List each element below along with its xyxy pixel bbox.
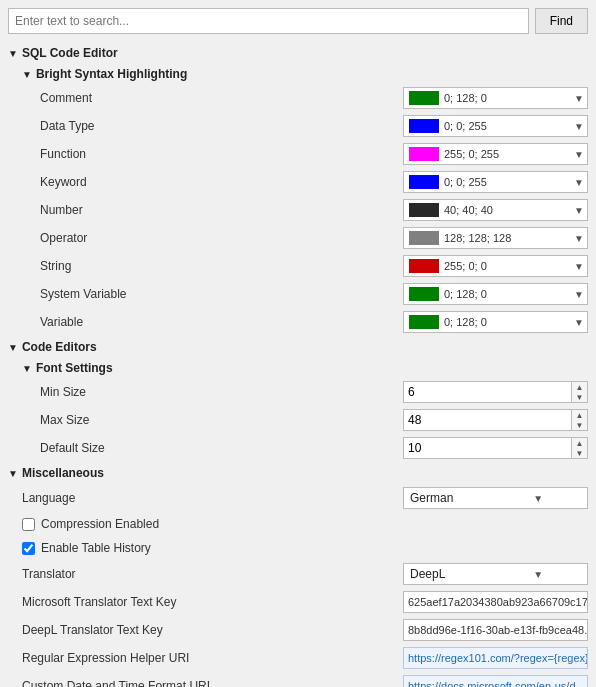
- code-editors-header[interactable]: ▼ Code Editors: [0, 336, 596, 358]
- deepl-key-value[interactable]: 8b8dd96e-1f16-30ab-e13f-fb9cea48...: [403, 619, 588, 641]
- number-color-value: 40; 40; 40: [444, 204, 571, 216]
- translator-row: Translator DeepL ▼: [0, 560, 596, 588]
- keyword-row: Keyword 0; 0; 255 ▼: [0, 168, 596, 196]
- sysvar-dropdown-arrow: ▼: [571, 289, 587, 300]
- sysvar-color-swatch: [409, 287, 439, 301]
- number-dropdown-arrow: ▼: [571, 205, 587, 216]
- font-settings-header[interactable]: ▼ Font Settings: [0, 358, 596, 378]
- comment-color-value: 0; 128; 0: [444, 92, 571, 104]
- regex-uri-row: Regular Expression Helper URI https://re…: [0, 644, 596, 672]
- regex-uri-label: Regular Expression Helper URI: [22, 651, 403, 665]
- default-size-down[interactable]: ▼: [572, 448, 587, 458]
- compression-checkbox[interactable]: [22, 518, 35, 531]
- function-row: Function 255; 0; 255 ▼: [0, 140, 596, 168]
- keyword-color-value: 0; 0; 255: [444, 176, 571, 188]
- language-dropdown[interactable]: German ▼: [403, 487, 588, 509]
- code-editors-arrow: ▼: [8, 342, 18, 353]
- table-history-label: Enable Table History: [41, 541, 151, 555]
- keyword-dropdown-arrow: ▼: [571, 177, 587, 188]
- search-input[interactable]: [8, 8, 529, 34]
- default-size-up[interactable]: ▲: [572, 438, 587, 448]
- max-size-up[interactable]: ▲: [572, 410, 587, 420]
- string-dropdown-arrow: ▼: [571, 261, 587, 272]
- string-color-value: 255; 0; 0: [444, 260, 571, 272]
- number-color-dropdown[interactable]: 40; 40; 40 ▼: [403, 199, 588, 221]
- default-size-label: Default Size: [40, 441, 403, 455]
- sysvar-row: System Variable 0; 128; 0 ▼: [0, 280, 596, 308]
- sql-collapse-arrow: ▼: [8, 48, 18, 59]
- miscellaneous-arrow: ▼: [8, 468, 18, 479]
- ms-translator-value[interactable]: 625aef17a2034380ab923a66709c1734: [403, 591, 588, 613]
- translator-dropdown[interactable]: DeepL ▼: [403, 563, 588, 585]
- deepl-key-label: DeepL Translator Text Key: [22, 623, 403, 637]
- table-history-checkbox[interactable]: [22, 542, 35, 555]
- operator-row: Operator 128; 128; 128 ▼: [0, 224, 596, 252]
- bright-syntax-label: Bright Syntax Highlighting: [36, 67, 187, 81]
- keyword-color-swatch: [409, 175, 439, 189]
- max-size-input[interactable]: [404, 410, 571, 430]
- min-size-up[interactable]: ▲: [572, 382, 587, 392]
- sysvar-color-value: 0; 128; 0: [444, 288, 571, 300]
- function-color-value: 255; 0; 255: [444, 148, 571, 160]
- translator-value: DeepL: [410, 567, 496, 581]
- table-history-row: Enable Table History: [0, 536, 596, 560]
- number-row: Number 40; 40; 40 ▼: [0, 196, 596, 224]
- max-size-down[interactable]: ▼: [572, 420, 587, 430]
- min-size-down[interactable]: ▼: [572, 392, 587, 402]
- variable-color-dropdown[interactable]: 0; 128; 0 ▼: [403, 311, 588, 333]
- min-size-input[interactable]: [404, 382, 571, 402]
- function-color-dropdown[interactable]: 255; 0; 255 ▼: [403, 143, 588, 165]
- string-row: String 255; 0; 0 ▼: [0, 252, 596, 280]
- operator-color-swatch: [409, 231, 439, 245]
- datetime-uri-value[interactable]: https://docs.microsoft.com/en-us/d...: [403, 675, 588, 687]
- datatype-row: Data Type 0; 0; 255 ▼: [0, 112, 596, 140]
- sql-code-editor-header[interactable]: ▼ SQL Code Editor: [0, 42, 596, 64]
- function-dropdown-arrow: ▼: [571, 149, 587, 160]
- ms-translator-row: Microsoft Translator Text Key 625aef17a2…: [0, 588, 596, 616]
- variable-color-swatch: [409, 315, 439, 329]
- translator-dropdown-arrow: ▼: [496, 569, 582, 580]
- miscellaneous-label: Miscellaneous: [22, 466, 104, 480]
- compression-label: Compression Enabled: [41, 517, 159, 531]
- code-editors-label: Code Editors: [22, 340, 97, 354]
- keyword-label: Keyword: [40, 175, 403, 189]
- search-bar: Find: [0, 0, 596, 42]
- sql-code-editor-label: SQL Code Editor: [22, 46, 118, 60]
- variable-color-value: 0; 128; 0: [444, 316, 571, 328]
- function-color-swatch: [409, 147, 439, 161]
- operator-dropdown-arrow: ▼: [571, 233, 587, 244]
- settings-content: ▼ SQL Code Editor ▼ Bright Syntax Highli…: [0, 42, 596, 687]
- miscellaneous-header[interactable]: ▼ Miscellaneous: [0, 462, 596, 484]
- string-label: String: [40, 259, 403, 273]
- sysvar-color-dropdown[interactable]: 0; 128; 0 ▼: [403, 283, 588, 305]
- language-label: Language: [22, 491, 403, 505]
- datatype-color-swatch: [409, 119, 439, 133]
- operator-label: Operator: [40, 231, 403, 245]
- operator-color-dropdown[interactable]: 128; 128; 128 ▼: [403, 227, 588, 249]
- max-size-arrows: ▲ ▼: [571, 410, 587, 430]
- min-size-spinbox: ▲ ▼: [403, 381, 588, 403]
- default-size-input[interactable]: [404, 438, 571, 458]
- sysvar-label: System Variable: [40, 287, 403, 301]
- bright-syntax-arrow: ▼: [22, 69, 32, 80]
- datatype-color-dropdown[interactable]: 0; 0; 255 ▼: [403, 115, 588, 137]
- datatype-label: Data Type: [40, 119, 403, 133]
- bright-syntax-header[interactable]: ▼ Bright Syntax Highlighting: [0, 64, 596, 84]
- regex-uri-value[interactable]: https://regex101.com/?regex={regex}: [403, 647, 588, 669]
- min-size-label: Min Size: [40, 385, 403, 399]
- keyword-color-dropdown[interactable]: 0; 0; 255 ▼: [403, 171, 588, 193]
- compression-row: Compression Enabled: [0, 512, 596, 536]
- datetime-uri-row: Custom Date and Time Format URI https://…: [0, 672, 596, 687]
- variable-row: Variable 0; 128; 0 ▼: [0, 308, 596, 336]
- string-color-dropdown[interactable]: 255; 0; 0 ▼: [403, 255, 588, 277]
- font-settings-arrow: ▼: [22, 363, 32, 374]
- datatype-color-value: 0; 0; 255: [444, 120, 571, 132]
- max-size-label: Max Size: [40, 413, 403, 427]
- language-value: German: [410, 491, 496, 505]
- language-dropdown-arrow: ▼: [496, 493, 582, 504]
- comment-dropdown-arrow: ▼: [571, 93, 587, 104]
- find-button[interactable]: Find: [535, 8, 588, 34]
- max-size-row: Max Size ▲ ▼: [0, 406, 596, 434]
- translator-label: Translator: [22, 567, 403, 581]
- comment-color-dropdown[interactable]: 0; 128; 0 ▼: [403, 87, 588, 109]
